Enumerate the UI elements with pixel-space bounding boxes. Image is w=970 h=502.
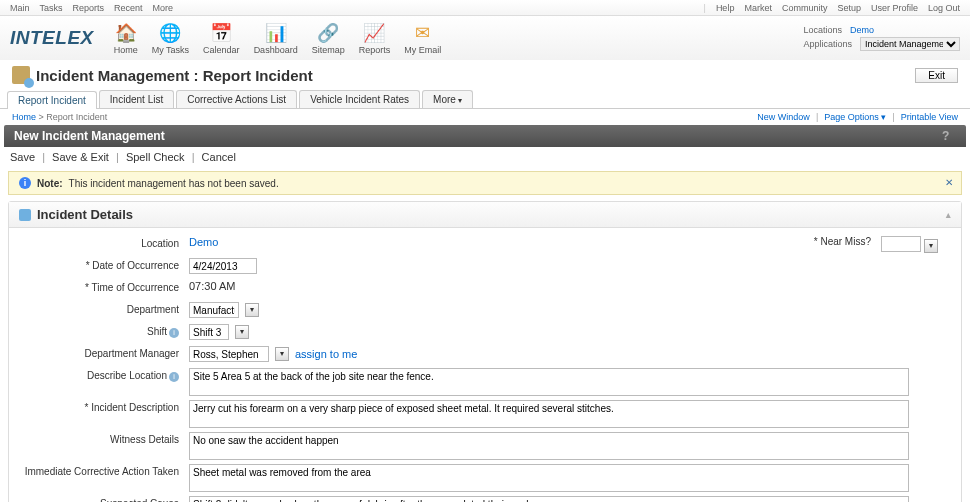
location-label: Location [19, 236, 189, 249]
note-label: Note: [37, 178, 63, 189]
calendar-icon: 📅 [210, 22, 232, 44]
cancel-link[interactable]: Cancel [202, 151, 236, 163]
tab-more[interactable]: More [422, 90, 473, 108]
page-tabs: Report Incident Incident List Corrective… [0, 90, 970, 109]
header: INTELEX 🏠Home 🌐My Tasks 📅Calendar 📊Dashb… [0, 16, 970, 60]
witness-label: Witness Details [19, 432, 189, 445]
save-exit-link[interactable]: Save & Exit [52, 151, 109, 163]
assign-to-me-link[interactable]: assign to me [295, 348, 357, 360]
locations-value[interactable]: Demo [850, 25, 874, 35]
page-title: Incident Management : Report Incident [36, 67, 313, 84]
spell-check-link[interactable]: Spell Check [126, 151, 185, 163]
suspected-cause-label: Suspected Cause [19, 496, 189, 502]
nav-reports[interactable]: 📈Reports [359, 22, 391, 55]
breadcrumb-current: Report Incident [46, 112, 107, 122]
note-bar: i Note: This incident management has not… [8, 171, 962, 195]
applications-select[interactable]: Incident Management [860, 37, 960, 51]
date-input[interactable] [189, 258, 257, 274]
page-title-bar: Incident Management : Report Incident Ex… [0, 60, 970, 90]
locations-label: Locations [803, 25, 842, 35]
note-close-icon[interactable]: ✕ [945, 177, 953, 188]
save-link[interactable]: Save [10, 151, 35, 163]
describe-location-info-icon[interactable]: i [169, 372, 179, 382]
topnav-recent[interactable]: Recent [114, 3, 143, 13]
topnav-help[interactable]: Help [716, 3, 735, 13]
department-label: Department [19, 302, 189, 315]
tab-incident-list[interactable]: Incident List [99, 90, 174, 108]
nav-calendar[interactable]: 📅Calendar [203, 22, 240, 55]
incident-details-icon [19, 209, 31, 221]
manager-label: Department Manager [19, 346, 189, 359]
topnav-logout[interactable]: Log Out [928, 3, 960, 13]
near-miss-input[interactable] [881, 236, 921, 252]
topnav-more[interactable]: More [153, 3, 174, 13]
applications-label: Applications [803, 39, 852, 49]
breadcrumb-row: Home > Report Incident New Window | Page… [0, 109, 970, 125]
nav-my-email[interactable]: ✉My Email [404, 22, 441, 55]
shift-info-icon[interactable]: i [169, 328, 179, 338]
reports-icon: 📈 [363, 22, 385, 44]
topnav-setup[interactable]: Setup [837, 3, 861, 13]
section-title: New Incident Management [14, 129, 165, 143]
action-links: Save | Save & Exit | Spell Check | Cance… [0, 147, 970, 167]
incident-form: Location Demo * Near Miss? ▾ * Date of O… [9, 228, 961, 502]
incident-description-input[interactable] [189, 400, 909, 428]
header-context: Locations Demo Applications Incident Man… [803, 25, 960, 51]
new-window-link[interactable]: New Window [757, 112, 810, 122]
describe-location-label: Describe Location [87, 370, 167, 381]
incident-details-panel: Incident Details ▴ Location Demo * Near … [8, 201, 962, 502]
date-label: * Date of Occurrence [19, 258, 189, 271]
manager-input[interactable] [189, 346, 269, 362]
tab-corrective-actions[interactable]: Corrective Actions List [176, 90, 297, 108]
topnav-tasks[interactable]: Tasks [40, 3, 63, 13]
shift-label: Shift [147, 326, 167, 337]
breadcrumb-sep: > [39, 112, 44, 122]
manager-dropdown-icon[interactable]: ▾ [275, 347, 289, 361]
nav-dashboard[interactable]: 📊Dashboard [254, 22, 298, 55]
top-right-links: | Help Market Community Setup User Profi… [704, 3, 960, 13]
tasks-icon: 🌐 [159, 22, 181, 44]
section-help-icon[interactable]: ? [942, 129, 956, 143]
location-value[interactable]: Demo [189, 236, 218, 248]
time-label: * Time of Occurrence [19, 280, 189, 293]
shift-input[interactable] [189, 324, 229, 340]
near-miss-dropdown-icon[interactable]: ▾ [924, 239, 938, 253]
topnav-market[interactable]: Market [744, 3, 772, 13]
topnav-reports[interactable]: Reports [73, 3, 105, 13]
top-utility-bar: Main Tasks Reports Recent More | Help Ma… [0, 0, 970, 16]
exit-button[interactable]: Exit [915, 68, 958, 83]
time-value: 07:30 AM [189, 280, 235, 292]
brand-logo: INTELEX [10, 27, 94, 49]
topnav-community[interactable]: Community [782, 3, 828, 13]
sitemap-icon: 🔗 [317, 22, 339, 44]
nav-my-tasks[interactable]: 🌐My Tasks [152, 22, 189, 55]
section-header: New Incident Management ? [4, 125, 966, 147]
near-miss-label: * Near Miss? [701, 236, 881, 247]
tab-report-incident[interactable]: Report Incident [7, 91, 97, 109]
witness-input[interactable] [189, 432, 909, 460]
corrective-action-label: Immediate Corrective Action Taken [19, 464, 189, 477]
incident-page-icon [12, 66, 30, 84]
incident-details-header[interactable]: Incident Details ▴ [9, 202, 961, 228]
nav-sitemap[interactable]: 🔗Sitemap [312, 22, 345, 55]
dashboard-icon: 📊 [265, 22, 287, 44]
incident-description-label: * Incident Description [19, 400, 189, 413]
page-options-link[interactable]: Page Options ▾ [824, 112, 886, 122]
email-icon: ✉ [412, 22, 434, 44]
topnav-user-profile[interactable]: User Profile [871, 3, 918, 13]
top-left-links: Main Tasks Reports Recent More [10, 3, 173, 13]
breadcrumb-home[interactable]: Home [12, 112, 36, 122]
shift-dropdown-icon[interactable]: ▾ [235, 325, 249, 339]
tab-vehicle-incident-rates[interactable]: Vehicle Incident Rates [299, 90, 420, 108]
describe-location-input[interactable] [189, 368, 909, 396]
printable-view-link[interactable]: Printable View [901, 112, 958, 122]
nav-home[interactable]: 🏠Home [114, 22, 138, 55]
suspected-cause-input[interactable] [189, 496, 909, 502]
corrective-action-input[interactable] [189, 464, 909, 492]
department-dropdown-icon[interactable]: ▾ [245, 303, 259, 317]
department-input[interactable] [189, 302, 239, 318]
nav-icon-row: 🏠Home 🌐My Tasks 📅Calendar 📊Dashboard 🔗Si… [114, 22, 441, 55]
collapse-icon[interactable]: ▴ [946, 210, 951, 220]
topnav-main[interactable]: Main [10, 3, 30, 13]
info-icon: i [19, 177, 31, 189]
